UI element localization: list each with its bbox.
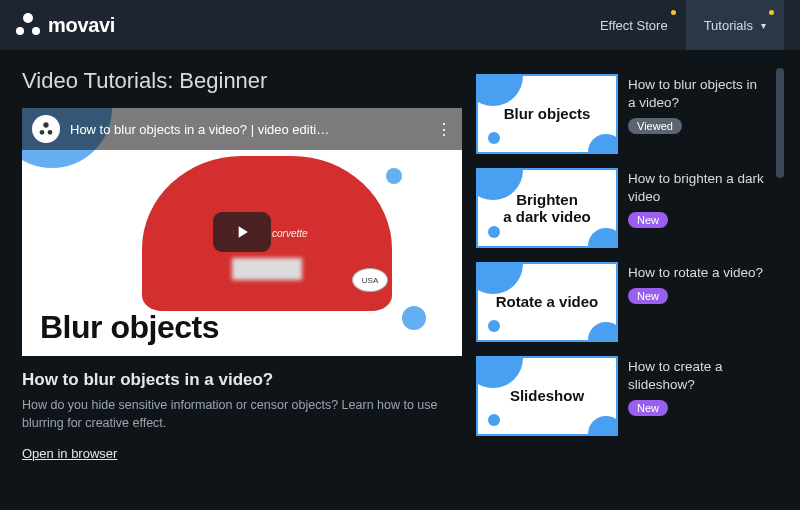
list-meta: How to blur objects in a video?Viewed — [628, 74, 768, 134]
list-item[interactable]: Brighten a dark videoHow to brighten a d… — [476, 162, 774, 256]
car-brand-text: corvette — [272, 228, 308, 239]
top-nav: Effect Store Tutorials ▾ — [582, 0, 784, 50]
list-title: How to rotate a video? — [628, 264, 768, 282]
status-badge: Viewed — [628, 118, 682, 134]
video-title: How to blur objects in a video? | video … — [70, 122, 426, 137]
nav-label: Tutorials — [704, 18, 753, 33]
main-column: Video Tutorials: Beginner corvette USA B… — [22, 68, 462, 510]
chevron-down-icon: ▾ — [761, 20, 766, 31]
svg-point-1 — [40, 130, 45, 135]
status-badge: New — [628, 288, 668, 304]
list-item[interactable]: Rotate a videoHow to rotate a video?New — [476, 256, 774, 350]
status-badge: New — [628, 212, 668, 228]
list-item[interactable]: Blur objectsHow to blur objects in a vid… — [476, 68, 774, 162]
kebab-menu-icon[interactable]: ⋮ — [436, 120, 452, 139]
logo-text: movavi — [48, 14, 115, 37]
list-item[interactable]: SlideshowHow to create a slideshow?New — [476, 350, 774, 444]
video-player[interactable]: corvette USA Blur objects How to blur ob… — [22, 108, 462, 356]
tutorial-list: Blur objectsHow to blur objects in a vid… — [476, 68, 784, 510]
content: Video Tutorials: Beginner corvette USA B… — [0, 50, 800, 510]
list-thumbnail: Blur objects — [476, 74, 618, 154]
video-caption: Blur objects — [40, 309, 219, 346]
list-thumbnail: Slideshow — [476, 356, 618, 436]
scrollbar[interactable] — [776, 68, 784, 178]
channel-badge-icon[interactable] — [32, 115, 60, 143]
logo-icon — [16, 13, 40, 37]
logo[interactable]: movavi — [16, 13, 115, 37]
nav-tutorials[interactable]: Tutorials ▾ — [686, 0, 784, 50]
list-title: How to create a slideshow? — [628, 358, 768, 394]
list-meta: How to create a slideshow?New — [628, 356, 768, 416]
page-title: Video Tutorials: Beginner — [22, 68, 462, 94]
list-meta: How to brighten a dark videoNew — [628, 168, 768, 228]
notification-dot-icon — [671, 10, 676, 15]
nav-effect-store[interactable]: Effect Store — [582, 0, 686, 50]
thumb-caption: Slideshow — [478, 387, 616, 404]
open-in-browser-link[interactable]: Open in browser — [22, 446, 117, 461]
topbar: movavi Effect Store Tutorials ▾ — [0, 0, 800, 50]
list-title: How to brighten a dark video — [628, 170, 768, 206]
list-meta: How to rotate a video?New — [628, 262, 768, 304]
svg-point-2 — [48, 130, 53, 135]
thumb-caption: Blur objects — [478, 105, 616, 122]
car-sticker: USA — [352, 268, 388, 292]
list-title: How to blur objects in a video? — [628, 76, 768, 112]
featured-title: How to blur objects in a video? — [22, 370, 462, 390]
list-thumbnail: Brighten a dark video — [476, 168, 618, 248]
nav-label: Effect Store — [600, 18, 668, 33]
svg-point-0 — [43, 122, 48, 127]
thumb-caption: Brighten a dark video — [478, 191, 616, 226]
thumb-caption: Rotate a video — [478, 293, 616, 310]
video-topbar: How to blur objects in a video? | video … — [22, 108, 462, 150]
play-button[interactable] — [213, 212, 271, 252]
notification-dot-icon — [769, 10, 774, 15]
featured-description: How do you hide sensitive information or… — [22, 396, 462, 432]
list-thumbnail: Rotate a video — [476, 262, 618, 342]
status-badge: New — [628, 400, 668, 416]
